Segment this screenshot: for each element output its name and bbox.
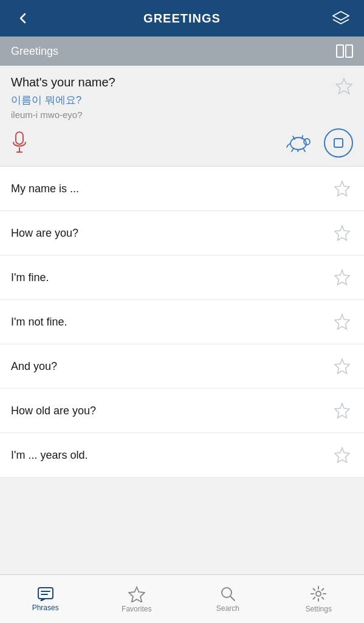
svg-marker-16 bbox=[335, 226, 349, 240]
svg-rect-4 bbox=[16, 132, 23, 144]
svg-marker-18 bbox=[335, 315, 349, 329]
slow-speed-button[interactable] bbox=[285, 134, 312, 152]
star-button[interactable] bbox=[331, 400, 353, 422]
app-header: GREETINGS bbox=[0, 0, 364, 37]
svg-rect-1 bbox=[337, 45, 343, 57]
list-item[interactable]: I'm not fine. bbox=[0, 300, 364, 344]
list-item[interactable]: How are you? bbox=[0, 211, 364, 256]
page-title: GREETINGS bbox=[143, 12, 221, 26]
svg-marker-3 bbox=[336, 78, 352, 94]
svg-marker-21 bbox=[335, 448, 349, 462]
list-item[interactable]: I'm ... years old. bbox=[0, 433, 364, 478]
phrase-controls bbox=[11, 128, 353, 158]
microphone-button[interactable] bbox=[11, 131, 28, 155]
svg-rect-22 bbox=[38, 588, 53, 599]
settings-icon bbox=[310, 585, 327, 602]
tab-bar: Phrases Favorites Search Settings bbox=[0, 574, 364, 623]
tab-settings-label: Settings bbox=[306, 605, 332, 613]
svg-rect-2 bbox=[346, 45, 352, 57]
svg-marker-17 bbox=[335, 270, 349, 285]
favorites-icon bbox=[128, 585, 145, 602]
svg-marker-20 bbox=[335, 403, 349, 418]
tab-search[interactable]: Search bbox=[204, 581, 252, 618]
svg-line-9 bbox=[292, 148, 294, 151]
tab-search-label: Search bbox=[216, 604, 239, 613]
tab-favorites[interactable]: Favorites bbox=[112, 580, 161, 618]
tab-phrases-label: Phrases bbox=[32, 604, 59, 612]
svg-marker-15 bbox=[335, 181, 349, 196]
section-header: Greetings bbox=[0, 37, 364, 66]
svg-line-10 bbox=[298, 150, 298, 152]
featured-star-button[interactable] bbox=[335, 77, 353, 95]
play-button[interactable] bbox=[324, 128, 353, 158]
list-item[interactable]: I'm fine. bbox=[0, 256, 364, 300]
star-button[interactable] bbox=[331, 222, 353, 244]
list-item[interactable]: How old are you? bbox=[0, 389, 364, 433]
star-button[interactable] bbox=[331, 355, 353, 377]
svg-point-28 bbox=[316, 591, 321, 596]
svg-marker-19 bbox=[335, 359, 349, 374]
list-item[interactable]: And you? bbox=[0, 344, 364, 389]
search-icon bbox=[220, 586, 236, 602]
svg-line-13 bbox=[302, 136, 303, 139]
svg-marker-25 bbox=[129, 587, 145, 602]
featured-phrase-english: What's your name? bbox=[11, 75, 335, 89]
section-title: Greetings bbox=[11, 45, 58, 58]
star-button[interactable] bbox=[331, 444, 353, 466]
featured-phrase-korean: 이름이 뭐에요? bbox=[11, 93, 335, 107]
phrases-icon bbox=[37, 586, 54, 601]
columns-icon[interactable] bbox=[336, 44, 353, 58]
svg-line-27 bbox=[230, 596, 235, 600]
tab-favorites-label: Favorites bbox=[122, 605, 151, 613]
list-item[interactable]: My name is ... bbox=[0, 167, 364, 211]
featured-phrase-romanized: ileum-i mwo-eyo? bbox=[11, 110, 335, 120]
svg-line-11 bbox=[303, 148, 305, 151]
layers-button[interactable] bbox=[330, 7, 352, 29]
svg-marker-0 bbox=[333, 12, 349, 20]
tab-phrases[interactable]: Phrases bbox=[21, 582, 70, 617]
phrase-list: My name is ... How are you? I'm fine. I'… bbox=[0, 167, 364, 478]
svg-rect-14 bbox=[334, 139, 343, 147]
star-button[interactable] bbox=[331, 178, 353, 200]
back-button[interactable] bbox=[12, 7, 34, 29]
star-button[interactable] bbox=[331, 266, 353, 288]
svg-point-8 bbox=[304, 139, 310, 145]
tab-settings[interactable]: Settings bbox=[294, 580, 343, 618]
star-button[interactable] bbox=[331, 311, 353, 333]
featured-phrase-card: What's your name? 이름이 뭐에요? ileum-i mwo-e… bbox=[0, 66, 364, 167]
